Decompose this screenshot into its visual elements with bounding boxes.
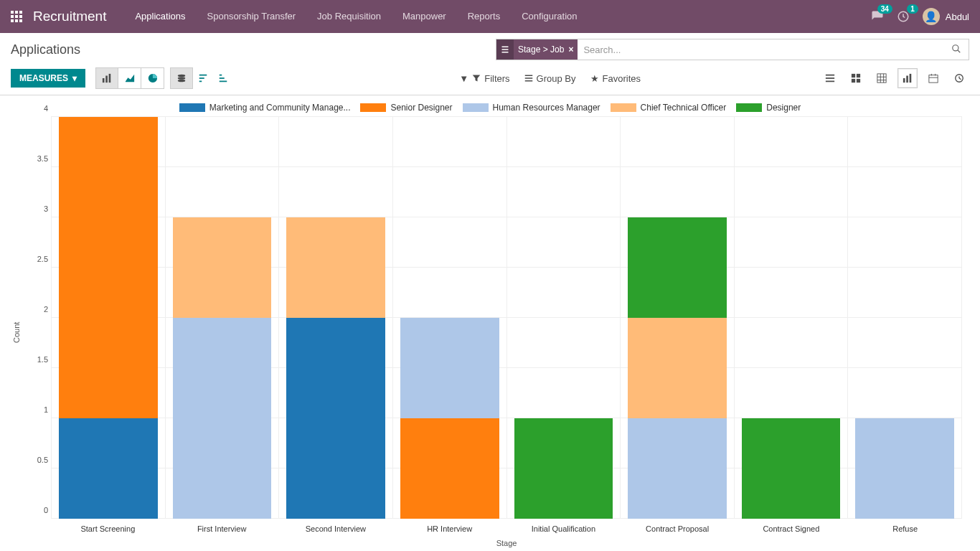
control-panel: Applications Stage > Job × MEASURES ▾ — [0, 33, 980, 95]
pivot-view-icon[interactable] — [872, 68, 892, 88]
activity-icon[interactable]: 1 — [897, 10, 910, 23]
apps-icon[interactable] — [11, 11, 22, 22]
search-icon[interactable] — [944, 44, 969, 56]
graph-view-icon[interactable] — [897, 68, 918, 88]
bar-segment[interactable] — [286, 318, 385, 519]
bar-segment[interactable] — [855, 418, 954, 519]
bar-segment[interactable] — [628, 318, 727, 418]
svg-rect-24 — [220, 75, 222, 76]
funnel-icon — [472, 74, 481, 83]
x-tick: HR Interview — [392, 524, 507, 533]
cp-bottom: MEASURES ▾ ▼Filters Group By ★Favorites — [0, 63, 980, 95]
legend-label: Designer — [766, 103, 801, 113]
svg-rect-4 — [15, 15, 18, 18]
search-box[interactable]: Stage > Job × — [496, 39, 969, 60]
x-tick: Contract Signed — [735, 524, 849, 533]
brand[interactable]: Recruitment — [33, 9, 106, 24]
y-tick: 2 — [22, 305, 48, 314]
bar-segment[interactable] — [400, 418, 499, 519]
svg-rect-17 — [109, 74, 111, 83]
bar-segment[interactable] — [286, 217, 385, 318]
svg-rect-0 — [11, 11, 14, 14]
bar-stack[interactable] — [742, 418, 841, 519]
search-input[interactable] — [578, 44, 944, 55]
bar-stack[interactable] — [855, 418, 954, 519]
bar-column — [621, 117, 735, 519]
bar-segment[interactable] — [59, 117, 158, 418]
nav-link[interactable]: Job Requisition — [306, 0, 392, 33]
bar-column — [393, 117, 507, 519]
nav-link[interactable]: Applications — [124, 0, 196, 33]
bar-stack[interactable] — [59, 117, 158, 519]
bar-segment[interactable] — [400, 318, 499, 418]
nav-right: 34 1 👤 Abdul — [871, 8, 969, 25]
messaging-badge: 34 — [877, 4, 892, 14]
svg-rect-8 — [19, 19, 22, 22]
filters-dropdown[interactable]: ▼Filters — [459, 73, 509, 84]
legend-item[interactable]: Senior Designer — [360, 103, 452, 113]
svg-rect-36 — [857, 79, 860, 83]
list-view-icon[interactable] — [820, 68, 840, 88]
nav-link[interactable]: Configuration — [511, 0, 588, 33]
bar-segment[interactable] — [173, 217, 272, 318]
svg-rect-28 — [524, 77, 532, 79]
svg-rect-10 — [502, 47, 509, 48]
bar-segment[interactable] — [628, 217, 727, 318]
bar-segment[interactable] — [628, 418, 727, 519]
activity-view-icon[interactable] — [949, 68, 969, 88]
svg-point-20 — [178, 80, 186, 83]
bar-column — [279, 117, 393, 519]
svg-rect-25 — [220, 77, 225, 79]
bar-stack[interactable] — [173, 217, 272, 519]
messaging-icon[interactable]: 34 — [871, 10, 884, 23]
svg-point-18 — [178, 75, 186, 77]
line-chart-icon[interactable] — [118, 67, 141, 89]
nav-link[interactable]: Reports — [457, 0, 512, 33]
legend-item[interactable]: Human Resources Manager — [463, 103, 600, 113]
legend: Marketing and Community Manage...Senior … — [11, 103, 969, 113]
svg-rect-16 — [105, 76, 108, 83]
x-ticks: Start ScreeningFirst InterviewSecond Int… — [51, 524, 962, 533]
legend-item[interactable]: Chief Technical Officer — [611, 103, 727, 113]
favorites-label: Favorites — [603, 73, 641, 84]
measures-button[interactable]: MEASURES ▾ — [11, 69, 85, 88]
svg-line-51 — [959, 78, 961, 80]
group-by-dropdown[interactable]: Group By — [524, 73, 576, 84]
chart-type-group — [95, 67, 164, 89]
caret-down-icon: ▾ — [72, 73, 77, 83]
plot-inner: Start ScreeningFirst InterviewSecond Int… — [22, 117, 969, 547]
pie-chart-icon[interactable] — [141, 67, 164, 89]
svg-rect-30 — [826, 75, 834, 76]
svg-rect-12 — [502, 52, 509, 53]
sort-asc-icon[interactable] — [213, 67, 233, 89]
facet-remove-icon[interactable]: × — [568, 44, 573, 55]
sort-desc-icon[interactable] — [193, 67, 213, 89]
svg-rect-34 — [857, 74, 860, 77]
svg-rect-45 — [929, 75, 938, 83]
svg-rect-23 — [199, 81, 202, 83]
bar-chart-icon[interactable] — [95, 67, 118, 89]
svg-rect-35 — [852, 79, 855, 83]
legend-label: Marketing and Community Manage... — [209, 103, 351, 113]
user-menu[interactable]: 👤 Abdul — [923, 8, 969, 25]
y-tick: 0.5 — [22, 456, 48, 464]
bar-segment[interactable] — [173, 318, 272, 519]
nav-link[interactable]: Manpower — [392, 0, 457, 33]
bar-stack[interactable] — [400, 318, 499, 519]
bar-segment[interactable] — [742, 418, 841, 519]
stacked-toggle-icon[interactable] — [170, 67, 193, 89]
bar-stack[interactable] — [514, 418, 613, 519]
legend-item[interactable]: Marketing and Community Manage... — [179, 103, 351, 113]
calendar-view-icon[interactable] — [923, 68, 943, 88]
chart: Marketing and Community Manage...Senior … — [0, 95, 980, 551]
favorites-dropdown[interactable]: ★Favorites — [590, 73, 641, 84]
bar-segment[interactable] — [59, 418, 158, 519]
activity-badge: 1 — [907, 4, 918, 14]
nav-link[interactable]: Sponsorship Transfer — [197, 0, 307, 33]
bar-segment[interactable] — [514, 418, 613, 519]
kanban-view-icon[interactable] — [846, 68, 866, 88]
legend-item[interactable]: Designer — [736, 103, 801, 113]
legend-swatch — [736, 103, 762, 112]
bar-stack[interactable] — [628, 217, 727, 519]
bar-stack[interactable] — [286, 217, 385, 519]
